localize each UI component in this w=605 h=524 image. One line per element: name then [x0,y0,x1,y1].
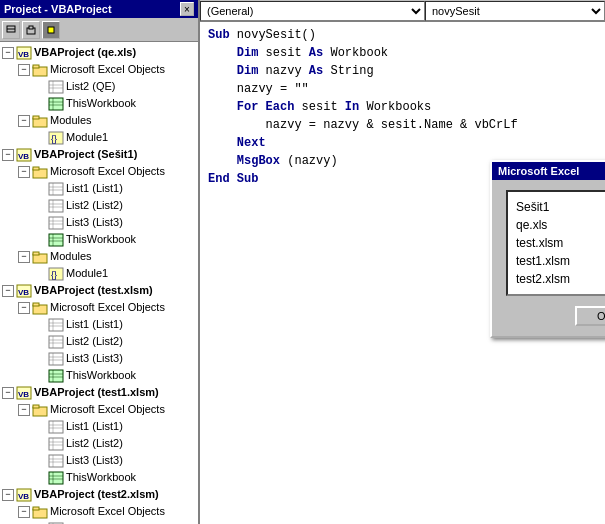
tree-label-vba_sesit1: VBAProject (Sešit1) [34,147,137,162]
svg-rect-29 [49,200,63,212]
svg-rect-68 [33,405,39,408]
tree-label-ms_excel_test: Microsoft Excel Objects [50,300,165,315]
tree-item-modules_qe[interactable]: −Modules [0,112,198,129]
tree-item-list1_sesit1[interactable]: List1 (List1) [0,180,198,197]
tree-item-list1_test2[interactable]: List1 (List1) [0,520,198,524]
tree-item-ms_excel_test1[interactable]: −Microsoft Excel Objects [0,401,198,418]
general-dropdown[interactable]: (General) [200,1,425,21]
tree-item-vba_test[interactable]: −VBVBAProject (test.xlsm) [0,282,198,299]
sheet-icon [48,352,64,366]
tree-expand-vba_sesit1[interactable]: − [2,149,14,161]
tree-item-thisworkbook_sesit1[interactable]: ThisWorkbook [0,231,198,248]
proc-dropdown[interactable]: novySesit [425,1,605,21]
code-line: Dim sesit As Workbook [208,44,597,62]
svg-rect-4 [48,27,54,33]
tree-expand-ms_excel_test2[interactable]: − [18,506,30,518]
tree-item-thisworkbook_test1[interactable]: ThisWorkbook [0,469,198,486]
svg-rect-61 [49,370,63,382]
code-line: nazvy = "" [208,80,597,98]
dialog-title: Microsoft Excel [498,165,579,177]
svg-rect-77 [49,455,63,467]
tree-item-list2_test[interactable]: List2 (List2) [0,333,198,350]
tree-expand-vba_test1[interactable]: − [2,387,14,399]
project-tree[interactable]: −VBVBAProject (qe.xls)−Microsoft Excel O… [0,42,198,524]
tree-item-list2_sesit1[interactable]: List2 (List2) [0,197,198,214]
svg-text:{}: {} [51,270,57,280]
tree-expand-vba_qe[interactable]: − [2,47,14,59]
tree-expand-vba_test[interactable]: − [2,285,14,297]
tree-item-vba_test2[interactable]: −VBVBAProject (test2.xlsm) [0,486,198,503]
tree-item-list1_test1[interactable]: List1 (List1) [0,418,198,435]
tree-expand-ms_excel_test1[interactable]: − [18,404,30,416]
svg-text:VB: VB [18,152,29,161]
tree-label-vba_test: VBAProject (test.xlsm) [34,283,153,298]
svg-rect-49 [49,319,63,331]
code-line: Next [208,134,597,152]
tree-expand-modules_qe[interactable]: − [18,115,30,127]
tree-item-list2_qe[interactable]: List2 (QE) [0,78,198,95]
tree-item-vba_qe[interactable]: −VBVBAProject (qe.xls) [0,44,198,61]
tree-expand-vba_test2[interactable]: − [2,489,14,501]
tree-item-modules_sesit1[interactable]: −Modules [0,248,198,265]
tree-item-list3_test1[interactable]: List3 (List3) [0,452,198,469]
svg-rect-18 [33,116,39,119]
dialog-content-line: qe.xls [516,216,605,234]
tree-label-thisworkbook_qe: ThisWorkbook [66,96,136,111]
vbproject-icon: VB [16,46,32,60]
tree-item-vba_test1[interactable]: −VBVBAProject (test1.xlsm) [0,384,198,401]
tree-label-thisworkbook_test: ThisWorkbook [66,368,136,383]
svg-text:VB: VB [18,390,29,399]
folder-icon [32,114,48,128]
toolbar-btn-3[interactable] [42,21,60,39]
msgbox-dialog: Microsoft Excel × Sešit1qe.xlstest.xlsmt… [490,160,605,338]
workbook-icon [48,369,64,383]
tree-item-ms_excel_qe[interactable]: −Microsoft Excel Objects [0,61,198,78]
tree-item-module1_sesit1[interactable]: {}Module1 [0,265,198,282]
tree-label-ms_excel_test2: Microsoft Excel Objects [50,504,165,519]
tree-item-list3_sesit1[interactable]: List3 (List3) [0,214,198,231]
tree-label-list2_test: List2 (List2) [66,334,123,349]
tree-label-module1_sesit1: Module1 [66,266,108,281]
tree-item-ms_excel_sesit1[interactable]: −Microsoft Excel Objects [0,163,198,180]
tree-item-module1_qe[interactable]: {}Module1 [0,129,198,146]
svg-rect-73 [49,438,63,450]
svg-text:VB: VB [18,50,29,59]
sheet-icon [48,420,64,434]
dialog-ok-button[interactable]: OK [575,306,605,326]
module-icon: {} [48,267,64,281]
folder-icon [32,505,48,519]
tree-item-thisworkbook_qe[interactable]: ThisWorkbook [0,95,198,112]
tree-label-list3_test1: List3 (List3) [66,453,123,468]
svg-rect-25 [49,183,63,195]
svg-rect-37 [49,234,63,246]
tree-expand-ms_excel_qe[interactable]: − [18,64,30,76]
tree-item-ms_excel_test[interactable]: −Microsoft Excel Objects [0,299,198,316]
code-toolbar: (General) novySesit [200,0,605,22]
tree-item-list3_test[interactable]: List3 (List3) [0,350,198,367]
code-panel: (General) novySesit Sub novySesit() Dim … [200,0,605,524]
project-panel-close-button[interactable]: × [180,2,194,16]
tree-item-ms_excel_test2[interactable]: −Microsoft Excel Objects [0,503,198,520]
vbproject-icon: VB [16,386,32,400]
tree-label-vba_test2: VBAProject (test2.xlsm) [34,487,159,502]
vbproject-icon: VB [16,284,32,298]
code-line: Sub novySesit() [208,26,597,44]
tree-expand-ms_excel_sesit1[interactable]: − [18,166,30,178]
tree-expand-ms_excel_test[interactable]: − [18,302,30,314]
folder-icon [32,63,48,77]
sheet-icon [48,216,64,230]
tree-label-list2_qe: List2 (QE) [66,79,116,94]
dialog-content-line: test2.xlsm [516,270,605,288]
tree-item-list1_test[interactable]: List1 (List1) [0,316,198,333]
tree-item-list2_test1[interactable]: List2 (List2) [0,435,198,452]
tree-item-thisworkbook_test[interactable]: ThisWorkbook [0,367,198,384]
dialog-content-line: test.xlsm [516,234,605,252]
tree-label-list3_test: List3 (List3) [66,351,123,366]
tree-label-modules_sesit1: Modules [50,249,92,264]
toolbar-btn-2[interactable] [22,21,40,39]
tree-label-list2_sesit1: List2 (List2) [66,198,123,213]
toolbar-btn-1[interactable] [2,21,20,39]
tree-expand-modules_sesit1[interactable]: − [18,251,30,263]
sheet-icon [48,318,64,332]
tree-item-vba_sesit1[interactable]: −VBVBAProject (Sešit1) [0,146,198,163]
